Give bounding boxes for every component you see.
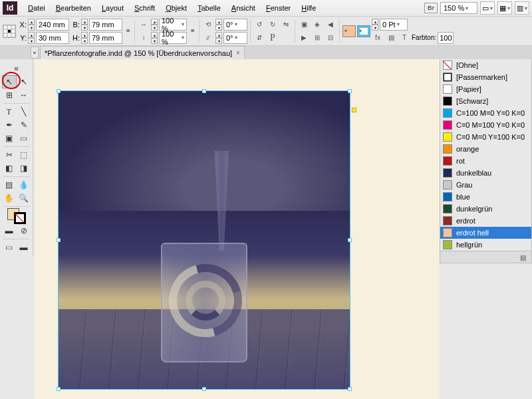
type-path-icon[interactable]: T — [398, 32, 410, 44]
selected-image-frame[interactable] — [58, 90, 350, 390]
swatch-row[interactable]: blue — [440, 191, 531, 203]
flip-v-icon[interactable]: ⇵ — [253, 32, 265, 44]
link-wh-icon[interactable]: ⚭ — [124, 19, 132, 43]
pencil-tool[interactable]: ✎ — [17, 118, 31, 132]
text-wrap-icon[interactable]: ▤ — [385, 32, 397, 44]
menu-help[interactable]: Hilfe — [296, 4, 321, 12]
swatch-row[interactable]: dunkelgrün — [440, 203, 531, 215]
gradient-feather-tool[interactable]: ◨ — [17, 162, 31, 175]
hand-tool[interactable]: ✋ — [2, 192, 17, 205]
bridge-icon[interactable]: Br — [424, 3, 438, 13]
arrange-docs-dropdown[interactable]: ▦ — [497, 1, 512, 15]
fit-content-icon[interactable]: ⊞ — [311, 32, 323, 44]
swatch-row[interactable]: Grau — [440, 179, 531, 191]
scale-y-spinner[interactable]: ▴▾ — [151, 32, 158, 44]
menu-edit[interactable]: Bearbeiten — [51, 4, 96, 12]
menu-window[interactable]: Fenster — [261, 4, 296, 12]
stroke-weight-input[interactable]: 0 Pt — [380, 19, 408, 31]
fx-icon[interactable]: fx — [372, 32, 384, 44]
swatch-row[interactable]: erdrot hell — [440, 227, 531, 239]
swatch-row[interactable]: [Papier] — [440, 83, 531, 95]
h-input[interactable]: 79 mm — [89, 32, 122, 44]
menu-type[interactable]: Schrift — [129, 4, 160, 12]
reference-point[interactable] — [3, 25, 16, 38]
farbton-input[interactable]: 100 — [438, 32, 454, 44]
scissors-tool[interactable]: ✂ — [2, 148, 17, 162]
menu-object[interactable]: Objekt — [160, 4, 192, 12]
menu-layout[interactable]: Layout — [96, 4, 129, 12]
rectangle-frame-tool[interactable]: ▣ — [2, 132, 17, 145]
menu-view[interactable]: Ansicht — [226, 4, 261, 12]
fit-frame-icon[interactable]: ⊟ — [325, 32, 336, 44]
select-container-icon[interactable]: ▣ — [298, 19, 310, 31]
view-mode-normal[interactable]: ▭ — [2, 241, 17, 254]
select-prev-icon[interactable]: ◀ — [325, 19, 336, 31]
swatch-row[interactable]: C=0 M=100 Y=0 K=0 — [440, 119, 531, 131]
x-spinner[interactable]: ▴▾ — [28, 19, 35, 31]
x-input[interactable]: 240 mm — [36, 19, 69, 31]
stroke-swatch[interactable] — [357, 25, 370, 37]
select-content-icon[interactable]: ◈ — [311, 19, 323, 31]
screen-mode-dropdown[interactable]: ▭ — [480, 1, 495, 15]
rectangle-tool[interactable]: ▭ — [17, 132, 31, 145]
apply-none-icon[interactable]: ⊘ — [17, 224, 31, 237]
swatch-row[interactable]: hellgrün — [440, 239, 531, 251]
swatch-row[interactable]: orange — [440, 143, 531, 155]
y-input[interactable]: 30 mm — [36, 32, 69, 44]
new-swatch-icon[interactable]: ▤ — [517, 251, 529, 263]
swatch-row[interactable]: [Passermarken] — [440, 71, 531, 83]
fill-swatch[interactable] — [342, 25, 356, 37]
zoom-level-input[interactable]: 150 % — [440, 2, 477, 14]
swatch-label: [Schwarz] — [456, 97, 488, 105]
shear-input[interactable]: 0° — [223, 32, 247, 44]
canvas[interactable] — [35, 59, 440, 399]
zoom-tool[interactable]: 🔍 — [17, 192, 31, 205]
swatch-row[interactable]: erdrot — [440, 215, 531, 227]
gradient-swatch-tool[interactable]: ◧ — [2, 162, 17, 175]
selection-tool[interactable]: ↖ — [2, 75, 17, 88]
swatch-row[interactable]: C=100 M=0 Y=0 K=0 — [440, 107, 531, 119]
line-tool[interactable]: ╲ — [17, 105, 31, 118]
view-mode-preview[interactable]: ▬ — [17, 241, 31, 254]
rotate-input[interactable]: 0° — [223, 19, 247, 31]
scale-x-input[interactable]: 100 % — [159, 19, 187, 31]
gap-tool[interactable]: ↔ — [17, 88, 31, 102]
h-spinner[interactable]: ▴▾ — [81, 32, 88, 44]
swatch-row[interactable]: C=0 M=0 Y=100 K=0 — [440, 131, 531, 143]
w-input[interactable]: 79 mm — [89, 19, 122, 31]
menu-file[interactable]: Datei — [23, 4, 51, 12]
panel-expand-icon[interactable]: « — [31, 47, 39, 59]
scale-x-spinner[interactable]: ▴▾ — [151, 19, 158, 31]
collapse-icon[interactable]: « — [9, 62, 24, 75]
swatch-row[interactable]: dunkelblau — [440, 167, 531, 179]
page-tool[interactable]: ⊞ — [2, 88, 17, 102]
free-transform-tool[interactable]: ⬚ — [17, 148, 31, 162]
fill-stroke-proxy[interactable] — [7, 208, 26, 224]
direct-selection-tool[interactable]: ↖ — [17, 75, 31, 88]
rotate-ccw-icon[interactable]: ↺ — [253, 19, 265, 31]
flip-h-icon[interactable]: ⇋ — [280, 19, 292, 31]
select-next-icon[interactable]: ▶ — [298, 32, 310, 44]
document-tab[interactable]: *Pflanzenfotografie.indd @ 150 % [Überdr… — [40, 46, 245, 59]
type-tool[interactable]: T — [2, 105, 17, 118]
link-scale-icon[interactable]: ⚭ — [188, 19, 196, 43]
apply-color-icon[interactable]: ▬ — [2, 224, 17, 237]
y-spinner[interactable]: ▴▾ — [28, 32, 35, 44]
shear-spinner[interactable]: ▴▾ — [215, 32, 222, 44]
note-tool[interactable]: ▤ — [2, 178, 17, 192]
menu-table[interactable]: Tabelle — [192, 4, 226, 12]
eyedropper-tool[interactable]: 💧 — [17, 178, 31, 192]
pen-tool[interactable]: ✒ — [2, 118, 17, 132]
workspace-dropdown[interactable]: ▥ — [515, 1, 529, 15]
swatch-row[interactable]: rot — [440, 155, 531, 167]
rotate-cw-icon[interactable]: ↻ — [267, 19, 279, 31]
scale-y-input[interactable]: 100 % — [159, 32, 187, 44]
swatch-row[interactable]: [Ohne] — [440, 59, 531, 71]
swatches-panel: [Ohne][Passermarken][Papier][Schwarz]C=1… — [440, 59, 532, 263]
rotate-spinner[interactable]: ▴▾ — [215, 19, 222, 31]
w-spinner[interactable]: ▴▾ — [81, 19, 88, 31]
close-icon[interactable]: × — [236, 49, 240, 57]
p-icon[interactable]: P — [267, 32, 279, 44]
stroke-weight-spinner[interactable]: ▴▾ — [372, 19, 378, 31]
swatch-row[interactable]: [Schwarz] — [440, 95, 531, 107]
